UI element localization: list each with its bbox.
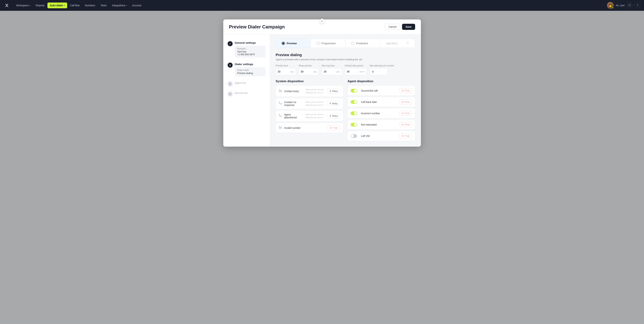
avatar[interactable]: 🧑 — [607, 2, 614, 9]
preview-dialing-title: Preview dialing — [276, 53, 415, 57]
retry-button-agent-abandoned[interactable]: ↺ Retry — [327, 113, 340, 118]
toggle-switch-call-back-later[interactable] — [351, 100, 357, 104]
toggle-call-back-later[interactable] — [351, 100, 357, 104]
nav-item-reports[interactable]: Reports — [33, 3, 47, 8]
retry-icon: ↺ — [329, 102, 331, 105]
unit-label: min — [360, 70, 363, 73]
final-label: Final — [404, 134, 410, 137]
nav-item-call-flow[interactable]: Call flow — [68, 3, 82, 8]
dialer-type-preview[interactable]: Preview — [276, 39, 311, 48]
toggle-switch-left-vm[interactable] — [351, 134, 357, 138]
retry-icon: ↺ — [329, 115, 331, 117]
final-icon: ⊘ — [402, 112, 404, 115]
nav-right: 🧑 Hi, Leo! ⓘ ? — [607, 2, 640, 9]
step-label-4: Record list — [235, 91, 266, 94]
toggle-switch-not-interested[interactable] — [351, 123, 357, 126]
attempts-text: Attempts per num: 3 — [306, 104, 323, 107]
agent-disp-item-not-interested: Not interested⊘ Final — [348, 120, 415, 129]
agent-disp-item-incorrect-number: Incorrect number⊘ Final — [348, 108, 415, 118]
unit-dropdown-default-retry-period[interactable]: min ▾ — [358, 68, 367, 75]
step-number-1: ✓ — [228, 41, 233, 46]
agent-final-badge-not-interested[interactable]: ⊘ Final — [399, 122, 412, 127]
retry-button-contact-busy[interactable]: ↺ Retry — [327, 89, 340, 94]
chevron-down-icon: ▾ — [64, 5, 65, 7]
sys-disp-item-agent-abandoned: Agent abandonedRetry period: 30 minAttem… — [276, 110, 343, 121]
agent-disp-item-successful-call: Successful call⊘ Final — [348, 86, 415, 96]
input-preview-time[interactable] — [276, 68, 288, 75]
final-label: Final — [404, 123, 410, 126]
field-label-max-ring-time: Max ring time — [322, 64, 342, 67]
agent-final-badge-successful-call[interactable]: ⊘ Final — [399, 88, 412, 93]
nav-item-team[interactable]: Team — [98, 3, 109, 8]
retry-button-contact-no-response[interactable]: ↺ Retry — [327, 101, 340, 106]
chevron-down-icon: ▾ — [126, 5, 127, 7]
dialer-type-progressive[interactable]: Progressive — [310, 39, 346, 48]
dialer-type-predictive[interactable]: Predictive — [346, 39, 380, 48]
field-label-max-attempts: Max attempts per number — [370, 64, 394, 67]
app-logo[interactable] — [4, 2, 10, 9]
phone-abandoned-icon — [279, 114, 282, 118]
toggle-left-vm[interactable] — [351, 134, 357, 138]
nav-item-account[interactable]: Account — [130, 3, 144, 8]
toggle-incorrect-number[interactable] — [351, 111, 357, 115]
toggle-knob-incorrect-number — [354, 112, 357, 115]
system-disposition-col: System disposition Contact busyRetry per… — [276, 80, 343, 142]
timer-icon: ⏱ — [406, 41, 409, 45]
sidebar-step-2[interactable]: 2Dialer settings Dialer mode Preview dia… — [223, 60, 270, 79]
agent-disp-name-successful-call: Successful call — [361, 89, 397, 92]
toggle-knob-successful-call — [354, 89, 357, 92]
preview-dialing-section: Preview dialing Agent is provided with a… — [276, 53, 415, 75]
agent-final-badge-call-back-later[interactable]: ⊘ Final — [399, 99, 412, 104]
retry-label: Retry — [332, 90, 338, 92]
sidebar-step-4[interactable]: 4Record list — [223, 89, 270, 99]
retry-period-text: Retry period: 30 min — [306, 88, 323, 91]
field-label-default-retry-period: Default retry period — [345, 64, 367, 67]
field-label-preview-time: Preview time — [276, 64, 296, 67]
check-icon: ✓ — [229, 43, 231, 45]
input-wrap-up-time[interactable] — [299, 68, 312, 75]
help-button[interactable]: ? — [635, 3, 640, 8]
agent-disp-item-left-vm: Left VM⊘ Final — [348, 131, 415, 141]
field-max-attempts: Max attempts per number — [370, 64, 394, 75]
step-sub-1: Numbers Toll-Free +1 855 855 9875 — [235, 46, 266, 58]
retry-info-agent-abandoned: Retry period: 30 minAttempts per num: 3 — [306, 113, 323, 119]
nav-item-integrations[interactable]: Integrations ▾ — [110, 3, 129, 8]
final-badge-invalid-number[interactable]: ⊘ Final — [328, 125, 340, 130]
modal-close-button[interactable]: ✕ — [320, 19, 324, 24]
phone-slash-icon — [279, 89, 282, 93]
toggle-switch-incorrect-number[interactable] — [351, 111, 357, 115]
sidebar-step-3[interactable]: 3Agent list — [223, 79, 270, 89]
save-button[interactable]: Save — [402, 24, 415, 30]
retry-info-contact-no-response: Retry period: 30 minAttempts per num: 3 — [306, 101, 323, 106]
step-sub-2: Dialer mode Preview dialing — [235, 67, 266, 76]
input-max-ring-time[interactable] — [322, 68, 334, 75]
field-preview-time: Preview timesec — [276, 64, 296, 75]
nav-item-numbers[interactable]: Numbers — [82, 3, 98, 8]
final-icon: ⊘ — [402, 101, 404, 103]
toggle-switch-successful-call[interactable] — [351, 89, 357, 92]
cancel-button[interactable]: Cancel — [385, 24, 400, 30]
unit-preview-time: sec — [288, 68, 296, 75]
nav-item-workspace[interactable]: Workspace ▾ — [14, 3, 33, 8]
step-sub-key: Numbers — [237, 48, 263, 50]
sidebar-step-1[interactable]: ✓General settings Numbers Toll-Free +1 8… — [223, 39, 270, 60]
agent-final-badge-left-vm[interactable]: ⊘ Final — [399, 133, 412, 138]
input-wrap-wrap-up-time: sec — [299, 68, 319, 75]
retry-info-contact-busy: Retry period: 30 minAttempts per num: 3 — [306, 88, 323, 94]
input-wrap-preview-time: sec — [276, 68, 296, 75]
dialer-type-label-agentless: Agentless — [386, 42, 398, 45]
chevron-down-icon: ▾ — [30, 5, 30, 7]
retry-icon: ↺ — [329, 90, 331, 92]
final-label: Final — [404, 89, 410, 92]
nav-item-auto-dialer[interactable]: Auto dialer ▾ — [48, 3, 67, 8]
agent-final-badge-incorrect-number[interactable]: ⊘ Final — [399, 111, 412, 116]
dialer-type-label-progressive: Progressive — [321, 42, 336, 45]
phone-no-response-icon — [279, 102, 282, 106]
input-max-attempts[interactable] — [370, 68, 388, 75]
field-max-ring-time: Max ring timesec — [322, 64, 342, 75]
field-label-wrap-up-time: Wrap-up time — [299, 64, 319, 67]
toggle-successful-call[interactable] — [351, 89, 357, 92]
toggle-not-interested[interactable] — [351, 123, 357, 126]
input-default-retry-period[interactable] — [345, 68, 358, 75]
info-button[interactable]: ⓘ — [627, 3, 632, 8]
